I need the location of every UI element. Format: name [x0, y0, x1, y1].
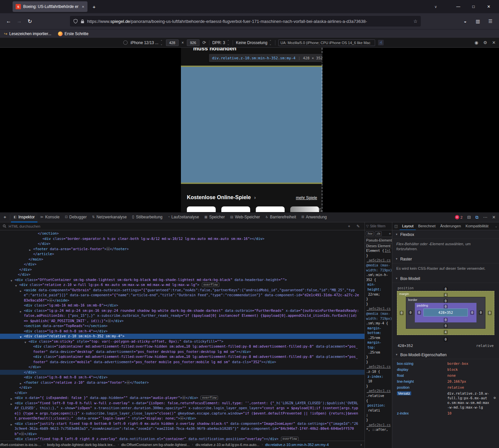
- devtools-tab-netzwerkanalyse[interactable]: ⇅Netzwerkanalyse: [89, 212, 130, 222]
- markup-line[interactable]: <section data-area="TopReads"></section>: [0, 323, 364, 329]
- markup-line[interactable]: </div>: [0, 385, 364, 390]
- position-bottom-value[interactable]: 0: [444, 337, 448, 342]
- error-badge[interactable]: ✕ 2: [455, 215, 463, 219]
- url-bar[interactable]: https://www.spiegel.de/panorama/boeing-u…: [70, 16, 421, 27]
- markup-line[interactable]: ▶<div x-data="{ isExpanded: false }" dat…: [0, 395, 364, 401]
- devtools-close-icon[interactable]: ✕: [492, 215, 496, 220]
- markup-line[interactable]: <div class="iqdcontainer md:advertisemen…: [0, 344, 364, 354]
- stylesheet-link[interactable]: Inl: [385, 249, 391, 253]
- boxmodel-properties-header[interactable]: ▼ Box-Modell-Eigenschaften: [392, 351, 499, 359]
- markup-line[interactable]: <div class="lg:h-8 md:h-8 sm:h-4"></div>: [0, 329, 364, 334]
- viewport-width-input[interactable]: 428: [166, 39, 179, 46]
- add-node-icon[interactable]: +: [346, 224, 352, 229]
- sidebar-tab-berechnet[interactable]: Berechnet: [416, 222, 438, 230]
- overflow-badge[interactable]: overflow: [200, 396, 218, 400]
- markup-line[interactable]: </div>: [0, 364, 364, 370]
- markup-line[interactable]: ▶<footer class="relative z-10" data-area…: [0, 380, 364, 385]
- breadcrumb-item[interactable]: div.OffsetContainer.sm:bg-shade-lightest…: [119, 443, 192, 447]
- padding-bottom-value[interactable]: 0: [444, 318, 448, 322]
- markup-line[interactable]: </main>: [0, 257, 364, 262]
- border-right-value[interactable]: 0: [479, 310, 483, 315]
- browser-tab[interactable]: S Boeing: US-Luftfahrtbehörde er ✕: [13, 1, 87, 12]
- boxmodel-section-header[interactable]: ▼ Box-Modell: [392, 274, 499, 283]
- devtools-tab-stilbearbeitung[interactable]: {}Stilbearbeitung: [130, 212, 165, 222]
- breadcrumb-item[interactable]: offset-container.is-ios.is-...: [0, 443, 44, 447]
- sidebar-tabs-overflow-chevron[interactable]: ⌄: [494, 225, 498, 228]
- rule-line-link[interactable]: _ae5c2bc1.cs: [365, 389, 392, 394]
- mobile-viewport[interactable]: muss notlanden div.relative.z-10.sm:min-…: [181, 48, 322, 212]
- pocket-icon[interactable]: ◒: [460, 16, 471, 27]
- sidebar-tab-kompatibilit-t[interactable]: Kompatibilität: [463, 222, 491, 230]
- content-box[interactable]: 428×352: [423, 308, 468, 316]
- user-agent-input[interactable]: UA: Mozilla/5.0 (iPhone; CPU iPhone OS 1…: [278, 39, 375, 46]
- markup-line[interactable]: ▶<div class="fixed left-0 top-0 h-full w…: [0, 401, 364, 421]
- new-tab-button[interactable]: +: [89, 2, 99, 11]
- rule-line-link[interactable]: _ae5c2bc1.cs: [365, 423, 392, 428]
- breadcrumb-scroll-right-icon[interactable]: ›: [358, 442, 364, 447]
- border-bottom-value[interactable]: 0: [444, 324, 448, 328]
- markup-line[interactable]: <div class="iqdcontainer md:advertisemen…: [0, 354, 364, 364]
- window-close-button[interactable]: ✕: [481, 0, 496, 13]
- bookmark-erste-schritte[interactable]: Erste Schritte: [58, 31, 88, 36]
- throttling-selector[interactable]: Keine Drosselung⌃⌄: [236, 40, 272, 46]
- markup-line[interactable]: </article>: [0, 252, 364, 257]
- touch-simulation-icon[interactable]: ☝: [378, 40, 384, 45]
- markup-line[interactable]: <div class="border-separator-b h-px clea…: [0, 236, 364, 242]
- rule-line-link[interactable]: _ae5c2bc1.cs: [365, 364, 392, 369]
- markup-line[interactable]: <div class="lg:h-8 md:h-8 sm:h-4"></div>: [0, 375, 364, 380]
- markup-line[interactable]: </div>: [0, 241, 364, 247]
- margin-bottom-value[interactable]: 4: [444, 330, 448, 334]
- game-tile[interactable]: [221, 206, 250, 212]
- game-tile[interactable]: [290, 206, 319, 212]
- element-picker-icon[interactable]: ⌖: [0, 212, 10, 222]
- viewport-height-input[interactable]: 926: [187, 39, 199, 46]
- tracking-shield-icon[interactable]: [73, 19, 78, 24]
- sidebar-icon[interactable]: ▥: [472, 16, 483, 27]
- grid-section-header[interactable]: ▼ Raster: [392, 255, 499, 263]
- hover-pseudo-button[interactable]: :hov: [366, 231, 374, 236]
- menu-button[interactable]: ☰: [485, 16, 496, 27]
- margin-left-value[interactable]: 0: [400, 311, 404, 315]
- search-input[interactable]: HTML durchsuchen: [9, 224, 344, 228]
- game-tile[interactable]: [187, 206, 216, 212]
- devtools-tab-web-speicher[interactable]: ▤Web-Speicher: [228, 212, 263, 222]
- overflow-badge[interactable]: overflow: [202, 283, 219, 287]
- markup-line[interactable]: ▶<aside data-component="Outbrain" data-o…: [0, 288, 364, 303]
- settings-gear-icon[interactable]: ⚙: [493, 396, 496, 400]
- class-toggle-button[interactable]: .cls: [375, 231, 382, 236]
- markup-line[interactable]: <div class="fixed top-0 left-0 right-0 z…: [0, 436, 364, 441]
- lock-icon[interactable]: [81, 19, 84, 24]
- devtools-menu-icon[interactable]: ⋯: [483, 215, 487, 220]
- padding-right-value[interactable]: 0: [470, 310, 474, 315]
- breadcrumb-item[interactable]: div.relative.z-10.sm:min-h-352.sm:my-4: [263, 443, 331, 447]
- devtools-tab-debugger[interactable]: ⊡Debugger: [62, 212, 89, 222]
- forward-button[interactable]: →: [14, 16, 25, 27]
- markup-line[interactable]: </div>: [0, 267, 364, 272]
- overflow-badge[interactable]: overflow: [281, 437, 299, 441]
- markup-line[interactable]: </div>: [0, 272, 364, 277]
- sidebar-tab--nderungen[interactable]: Änderungen: [438, 222, 463, 230]
- devtools-tab-inspektor[interactable]: ◧Inspektor: [11, 212, 37, 222]
- reload-button[interactable]: ↻: [25, 16, 35, 27]
- markup-line[interactable]: ▶<div class="justify-start fixed top-0 b…: [0, 421, 364, 437]
- rule-line-link[interactable]: _ae5c2bc1.cs: [365, 307, 392, 311]
- markup-line[interactable]: ▼<div class="relative z-10 sm:min-h-352 …: [0, 334, 364, 339]
- devtools-tab-laufzeitanalyse[interactable]: ◔Laufzeitanalyse: [165, 212, 201, 222]
- markup-line[interactable]: </section>: [0, 231, 364, 236]
- minimize-button[interactable]: —: [451, 0, 466, 13]
- flexbox-section-header[interactable]: ▼ Flexbox: [392, 230, 499, 239]
- markup-line[interactable]: </div>: [0, 390, 364, 396]
- devtools-tab-anwendung[interactable]: ⊞Anwendung: [299, 212, 330, 222]
- more-games-link[interactable]: mehr Spiele: [296, 196, 317, 200]
- markup-line[interactable]: <div class="lg:mb-16 md:mb-16 sm:mb-8"><…: [0, 303, 364, 308]
- devtools-tab-speicher[interactable]: ▦Speicher: [202, 212, 228, 222]
- breadcrumb-item[interactable]: div.relative.z-10.w-full.lg:px-6.mx-auto…: [193, 443, 262, 447]
- rdm-close-icon[interactable]: ✕: [492, 40, 496, 45]
- bookmark-star-icon[interactable]: ☆: [413, 19, 417, 24]
- eyedropper-icon[interactable]: ✎: [355, 224, 362, 229]
- maximize-button[interactable]: □: [466, 0, 481, 13]
- back-button[interactable]: ←: [3, 16, 14, 27]
- bookmark-import[interactable]: ↪ Lesezeichen importier...: [4, 31, 51, 36]
- responsive-mode-icon[interactable]: ⧉: [475, 215, 478, 220]
- markup-line[interactable]: ▶<div class="lg:p-24 md:p-24 sm:px-16 sm…: [0, 308, 364, 324]
